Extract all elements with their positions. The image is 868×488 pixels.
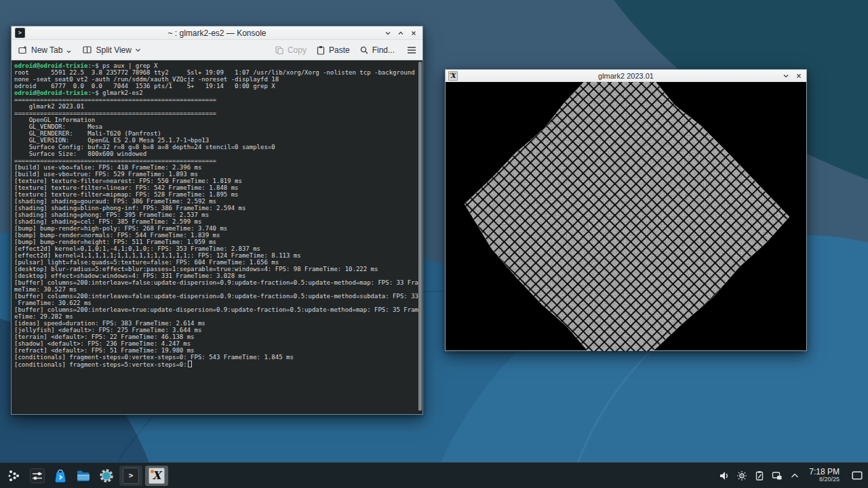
glmark2-mesh-render [446, 82, 806, 351]
system-tray: 7:18 PM 8/20/25 [718, 467, 864, 485]
expand-chevron-icon [790, 472, 800, 479]
terminal-line: glmark2 2023.01 [14, 103, 416, 110]
clipboard-tray-item[interactable] [753, 470, 766, 482]
terminal-line: eTime: 29.282 ms [14, 313, 416, 320]
terminal-output: odroid@odroid-trixie:~$ ps aux | grep Xr… [14, 62, 416, 368]
terminal-line: [build] use-vbo=true: FPS: 529 FrameTime… [14, 171, 416, 178]
desktop: > ~ : glmark2-es2 — Konsole [0, 0, 868, 488]
brightness-tray-item[interactable] [736, 470, 748, 482]
maximize-button[interactable] [397, 30, 404, 37]
terminal-line: GL_VERSION: OpenGL ES 2.0 Mesa 25.1.7-1~… [14, 137, 416, 144]
find-button[interactable]: Find... [359, 45, 395, 55]
terminal-line: [shadow] <default>: FPS: 236 FrameTime: … [14, 340, 416, 347]
brightness-icon [736, 470, 747, 481]
terminal-line: [conditionals] fragment-steps=5:vertex-s… [14, 361, 416, 368]
konsole-toolbar: New Tab Split View [12, 40, 422, 60]
terminal-line: [texture] texture-filter=linear: FPS: 54… [14, 184, 416, 191]
system-settings-launcher[interactable] [96, 466, 117, 486]
clipboard-icon [754, 470, 765, 481]
terminal-area[interactable]: odroid@odroid-trixie:~$ ps aux | grep Xr… [12, 60, 422, 414]
paste-icon [316, 45, 326, 55]
terminal-line: none -seat seat0 vt2 -auth /run/sddm/xau… [14, 76, 416, 83]
terminal-line: root 5591 22.5 3.8 235772 78968 tty2 Ssl… [14, 69, 416, 76]
terminal-line: [bump] bump-render=high-poly: FPS: 268 F… [14, 225, 416, 232]
task-button-konsole[interactable]: > [119, 466, 142, 486]
terminal-line: GL_VENDOR: Mesa [14, 123, 416, 130]
terminal-line: [effect2d] kernel=0,1,0;1,-4,1;0,1,0;: F… [14, 245, 416, 252]
split-view-button[interactable]: Split View [82, 45, 140, 55]
settings-sliders-icon [29, 468, 45, 484]
terminal-line: ========================================… [14, 110, 416, 117]
glmark2-window: X glmark2 2023.01 [445, 69, 807, 351]
terminal-line: ========================================… [14, 96, 416, 103]
terminal-line: [texture] texture-filter=nearest: FPS: 5… [14, 178, 416, 184]
settings-sliders-launcher[interactable] [27, 466, 47, 486]
copy-button[interactable]: Copy [275, 45, 307, 55]
new-tab-button[interactable]: New Tab [18, 45, 71, 55]
terminal-line: [build] use-vbo=false: FPS: 418 FrameTim… [14, 164, 416, 171]
volume-icon [719, 470, 730, 481]
terminal-line: [bump] bump-render=normals: FPS: 544 Fra… [14, 232, 416, 239]
glmark2-window-title: glmark2 2023.01 [446, 72, 806, 80]
dolphin-launcher[interactable] [73, 466, 94, 486]
hamburger-menu-button[interactable] [407, 46, 416, 54]
terminal-line: [buffer] columns=200:interleave=false:up… [14, 279, 416, 286]
terminal-line: [refract] <default>: FPS: 51 FrameTime: … [14, 347, 416, 354]
x11-app-icon: X [448, 71, 458, 81]
terminal-line: [texture] texture-filter=mipmap: FPS: 52… [14, 191, 416, 198]
close-button[interactable] [410, 30, 417, 37]
show-desktop-button[interactable] [850, 467, 864, 485]
minimize-button[interactable] [783, 73, 789, 79]
terminal-line: odroid@odroid-trixie:~$ glmark2-es2 [14, 89, 416, 96]
terminal-cursor [188, 361, 192, 367]
taskbar-panel: > X [0, 462, 868, 488]
terminal-scrollbar[interactable] [418, 62, 422, 411]
konsole-icon: > [123, 468, 139, 484]
glmark2-render-viewport [446, 82, 806, 350]
terminal-line: [terrain] <default>: FPS: 22 FrameTime: … [14, 333, 416, 340]
terminal-line: [shading] shading=gouraud: FPS: 386 Fram… [14, 198, 416, 205]
close-button[interactable] [795, 73, 802, 79]
dolphin-folder-icon [75, 468, 92, 484]
digital-clock[interactable]: 7:18 PM 8/20/25 [809, 468, 840, 483]
terminal-line: [effect2d] kernel=1,1,1,1,1;1,1,1,1,1;1,… [14, 252, 416, 259]
terminal-line: Surface Config: buf=32 r=8 g=8 b=8 a=8 d… [14, 144, 416, 150]
terminal-line: [bump] bump-render=height: FPS: 511 Fram… [14, 239, 416, 245]
x11-app-icon: X [149, 468, 165, 484]
terminal-line: ========================================… [14, 157, 416, 164]
terminal-line: [pulsar] light=false:quads=5:texture=fal… [14, 259, 416, 266]
glmark2-titlebar[interactable]: X glmark2 2023.01 [446, 70, 806, 82]
new-tab-icon [18, 45, 28, 55]
new-tab-dropdown-icon[interactable] [66, 50, 71, 54]
split-view-dropdown-icon[interactable] [135, 48, 141, 52]
search-icon [359, 45, 369, 55]
terminal-line: OpenGL Information [14, 117, 416, 123]
konsole-titlebar[interactable]: > ~ : glmark2-es2 — Konsole [12, 26, 422, 40]
discover-launcher[interactable] [50, 466, 71, 486]
konsole-window: > ~ : glmark2-es2 — Konsole [11, 26, 423, 415]
terminal-line: [jellyfish] <default>: FPS: 275 FrameTim… [14, 327, 416, 333]
terminal-line: [ideas] speed=duration: FPS: 383 FrameTi… [14, 320, 416, 327]
terminal-line: [desktop] effect=shadow:windows=4: FPS: … [14, 272, 416, 279]
task-button-glmark2[interactable]: X [145, 466, 168, 486]
terminal-line: [buffer] columns=200:interleave=false:up… [14, 293, 416, 300]
terminal-line: meTime: 30.527 ms [14, 286, 416, 293]
konsole-window-title: ~ : glmark2-es2 — Konsole [12, 28, 422, 38]
app-launcher-button[interactable] [4, 466, 24, 486]
screens-icon [772, 470, 783, 481]
terminal-line: [desktop] blur-radius=5:effect=blur:pass… [14, 266, 416, 272]
terminal-line: [shading] shading=phong: FPS: 395 FrameT… [14, 211, 416, 218]
terminal-line: [conditionals] fragment-steps=0:vertex-s… [14, 354, 416, 361]
minimize-button[interactable] [384, 30, 391, 37]
tray-expander[interactable] [789, 470, 801, 482]
screens-tray-item[interactable] [771, 470, 783, 482]
discover-icon [52, 468, 68, 484]
terminal-line: odroid 6777 0.0 0.0 7044 1536 pts/1 S+ 1… [14, 83, 416, 89]
volume-tray-item[interactable] [718, 470, 730, 482]
terminal-line: odroid@odroid-trixie:~$ ps aux | grep X [14, 62, 416, 69]
copy-icon [275, 45, 284, 55]
paste-button[interactable]: Paste [316, 45, 350, 55]
clock-date: 8/20/25 [809, 476, 840, 483]
terminal-line: [shading] shading=blinn-phong-inf: FPS: … [14, 205, 416, 211]
system-settings-icon [98, 468, 115, 484]
